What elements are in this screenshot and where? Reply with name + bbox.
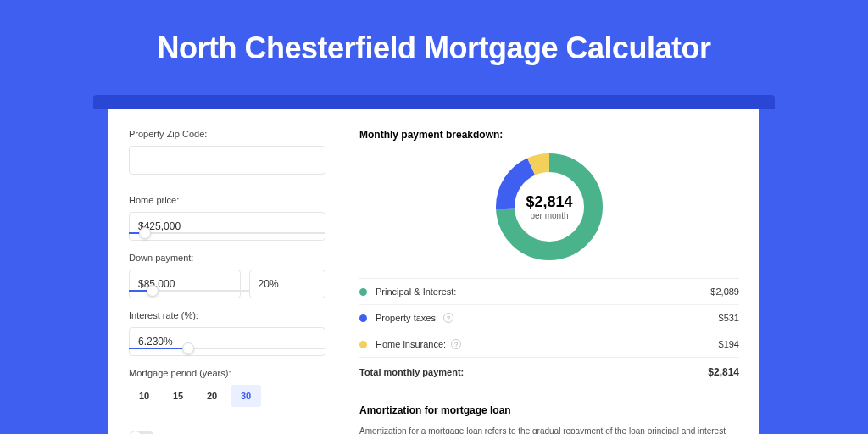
total-label: Total monthly payment: [359,367,708,377]
veteran-toggle[interactable] [129,431,154,434]
legend-dot [359,288,367,296]
legend: Principal & Interest:$2,089Property taxe… [359,278,739,357]
calculator-card: Property Zip Code: Home price: Down paym… [108,108,760,434]
zip-group: Property Zip Code: [129,129,326,186]
rate-slider[interactable] [129,348,326,353]
veteran-row: I am veteran or military [129,431,326,434]
rate-label: Interest rate (%): [129,310,326,320]
down-payment-group: Down payment: [129,253,326,295]
amortization-title: Amortization for mortgage loan [359,404,739,416]
down-payment-pct-input[interactable] [249,270,326,298]
legend-dot [359,341,367,348]
legend-label: Home insurance:? [376,339,719,349]
down-payment-slider[interactable] [129,290,249,295]
legend-value: $531 [719,313,739,323]
period-button-10[interactable]: 10 [129,385,159,407]
legend-dot [359,314,367,322]
rate-group: Interest rate (%): [129,310,326,353]
help-icon[interactable]: ? [451,339,461,349]
breakdown-panel: Monthly payment breakdown: $2,814 per mo… [346,108,760,434]
card-accent [93,95,775,108]
zip-label: Property Zip Code: [129,129,326,139]
legend-row: Principal & Interest:$2,089 [359,278,739,304]
form-panel: Property Zip Code: Home price: Down paym… [108,108,346,434]
home-price-slider-thumb[interactable] [139,227,151,239]
page-title: North Chesterfield Mortgage Calculator [0,0,868,66]
legend-row: Property taxes:?$531 [359,304,739,331]
period-button-30[interactable]: 30 [231,385,261,407]
home-price-group: Home price: [129,195,326,237]
legend-label: Property taxes:? [376,313,719,323]
down-payment-slider-thumb[interactable] [147,285,159,297]
period-label: Mortgage period (years): [129,368,326,378]
donut-area: $2,814 per month [359,153,739,261]
donut-amount: $2,814 [526,193,572,211]
amortization-box: Amortization for mortgage loan Amortizat… [359,392,739,434]
home-price-slider[interactable] [129,232,326,237]
period-button-20[interactable]: 20 [197,385,227,407]
donut-center: $2,814 per month [495,153,604,261]
legend-row: Home insurance:?$194 [359,331,739,357]
zip-input[interactable] [129,146,326,175]
legend-value: $194 [719,339,739,349]
breakdown-title: Monthly payment breakdown: [359,129,739,141]
help-icon[interactable]: ? [443,313,453,323]
down-payment-label: Down payment: [129,253,326,263]
home-price-label: Home price: [129,195,326,205]
donut-sub: per month [530,211,568,220]
legend-label: Principal & Interest: [376,287,710,297]
rate-slider-thumb[interactable] [182,342,194,354]
amortization-text: Amortization for a mortgage loan refers … [359,425,739,434]
period-button-15[interactable]: 15 [163,385,193,407]
total-row: Total monthly payment: $2,814 [359,357,739,388]
total-value: $2,814 [708,366,739,378]
period-group: Mortgage period (years): 10152030 [129,368,326,407]
legend-value: $2,089 [710,287,739,297]
